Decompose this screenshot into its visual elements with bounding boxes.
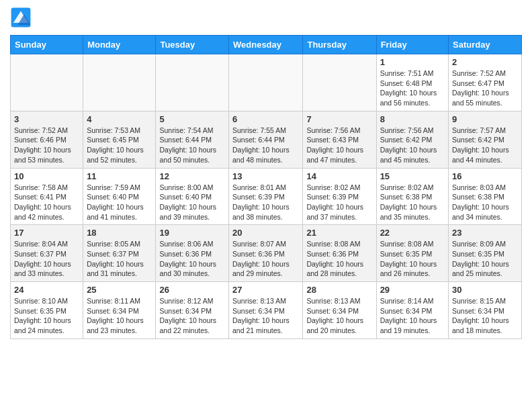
day-number: 9 <box>452 114 518 124</box>
day-info: Sunrise: 7:54 AM Sunset: 6:44 PM Dayligh… <box>159 126 225 165</box>
header <box>10 7 522 28</box>
logo <box>10 7 34 28</box>
calendar-cell: 27Sunrise: 8:13 AM Sunset: 6:34 PM Dayli… <box>229 282 303 339</box>
day-info: Sunrise: 7:52 AM Sunset: 6:47 PM Dayligh… <box>452 68 518 108</box>
calendar: SundayMondayTuesdayWednesdayThursdayFrid… <box>10 35 522 339</box>
day-info: Sunrise: 8:07 AM Sunset: 6:36 PM Dayligh… <box>232 239 299 279</box>
day-number: 27 <box>232 285 299 295</box>
calendar-cell <box>83 54 156 111</box>
day-info: Sunrise: 7:56 AM Sunset: 6:43 PM Dayligh… <box>306 126 372 165</box>
day-info: Sunrise: 8:13 AM Sunset: 6:34 PM Dayligh… <box>232 296 299 336</box>
day-info: Sunrise: 8:11 AM Sunset: 6:34 PM Dayligh… <box>87 296 152 336</box>
day-number: 22 <box>380 228 445 238</box>
calendar-cell: 3Sunrise: 7:52 AM Sunset: 6:46 PM Daylig… <box>11 111 83 168</box>
day-info: Sunrise: 8:15 AM Sunset: 6:34 PM Dayligh… <box>452 296 518 336</box>
day-number: 4 <box>87 114 152 124</box>
week-row-5: 24Sunrise: 8:10 AM Sunset: 6:35 PM Dayli… <box>11 282 522 339</box>
day-number: 16 <box>452 171 518 181</box>
day-info: Sunrise: 8:08 AM Sunset: 6:36 PM Dayligh… <box>306 239 372 279</box>
calendar-cell: 10Sunrise: 7:58 AM Sunset: 6:41 PM Dayli… <box>11 168 83 225</box>
logo-icon <box>10 7 32 28</box>
day-number: 6 <box>232 114 299 124</box>
calendar-cell <box>11 54 83 111</box>
day-info: Sunrise: 8:14 AM Sunset: 6:34 PM Dayligh… <box>380 296 445 336</box>
calendar-cell: 24Sunrise: 8:10 AM Sunset: 6:35 PM Dayli… <box>11 282 83 339</box>
day-info: Sunrise: 8:13 AM Sunset: 6:34 PM Dayligh… <box>306 296 372 336</box>
weekday-monday: Monday <box>83 36 156 54</box>
calendar-cell: 17Sunrise: 8:04 AM Sunset: 6:37 PM Dayli… <box>11 225 83 282</box>
day-number: 30 <box>452 285 518 295</box>
day-number: 25 <box>87 285 152 295</box>
day-number: 5 <box>159 114 225 124</box>
weekday-tuesday: Tuesday <box>156 36 229 54</box>
calendar-cell: 19Sunrise: 8:06 AM Sunset: 6:36 PM Dayli… <box>156 225 229 282</box>
calendar-cell: 15Sunrise: 8:02 AM Sunset: 6:38 PM Dayli… <box>376 168 448 225</box>
calendar-cell: 26Sunrise: 8:12 AM Sunset: 6:34 PM Dayli… <box>156 282 229 339</box>
weekday-header-row: SundayMondayTuesdayWednesdayThursdayFrid… <box>11 36 522 54</box>
calendar-cell <box>303 54 376 111</box>
day-info: Sunrise: 7:53 AM Sunset: 6:45 PM Dayligh… <box>87 126 152 165</box>
day-number: 11 <box>87 171 152 181</box>
day-info: Sunrise: 7:57 AM Sunset: 6:42 PM Dayligh… <box>452 126 518 165</box>
day-number: 26 <box>159 285 225 295</box>
day-info: Sunrise: 7:52 AM Sunset: 6:46 PM Dayligh… <box>14 126 79 165</box>
day-info: Sunrise: 8:04 AM Sunset: 6:37 PM Dayligh… <box>14 239 79 279</box>
calendar-cell: 29Sunrise: 8:14 AM Sunset: 6:34 PM Dayli… <box>376 282 448 339</box>
calendar-cell: 14Sunrise: 8:02 AM Sunset: 6:39 PM Dayli… <box>303 168 376 225</box>
day-info: Sunrise: 8:02 AM Sunset: 6:39 PM Dayligh… <box>306 183 372 222</box>
day-info: Sunrise: 7:59 AM Sunset: 6:40 PM Dayligh… <box>87 183 152 222</box>
day-info: Sunrise: 8:00 AM Sunset: 6:40 PM Dayligh… <box>159 183 225 222</box>
weekday-friday: Friday <box>376 36 448 54</box>
day-number: 12 <box>159 171 225 181</box>
week-row-2: 3Sunrise: 7:52 AM Sunset: 6:46 PM Daylig… <box>11 111 522 168</box>
page: SundayMondayTuesdayWednesdayThursdayFrid… <box>0 0 532 346</box>
calendar-cell: 1Sunrise: 7:51 AM Sunset: 6:48 PM Daylig… <box>376 54 448 111</box>
calendar-cell: 22Sunrise: 8:08 AM Sunset: 6:35 PM Dayli… <box>376 225 448 282</box>
day-number: 3 <box>14 114 79 124</box>
calendar-cell: 18Sunrise: 8:05 AM Sunset: 6:37 PM Dayli… <box>83 225 156 282</box>
day-number: 15 <box>380 171 445 181</box>
calendar-cell: 28Sunrise: 8:13 AM Sunset: 6:34 PM Dayli… <box>303 282 376 339</box>
day-number: 10 <box>14 171 79 181</box>
calendar-cell: 13Sunrise: 8:01 AM Sunset: 6:39 PM Dayli… <box>229 168 303 225</box>
weekday-saturday: Saturday <box>449 36 522 54</box>
day-info: Sunrise: 8:01 AM Sunset: 6:39 PM Dayligh… <box>232 183 299 222</box>
calendar-cell: 20Sunrise: 8:07 AM Sunset: 6:36 PM Dayli… <box>229 225 303 282</box>
day-info: Sunrise: 7:51 AM Sunset: 6:48 PM Dayligh… <box>380 68 445 108</box>
day-number: 28 <box>306 285 372 295</box>
calendar-cell: 9Sunrise: 7:57 AM Sunset: 6:42 PM Daylig… <box>449 111 522 168</box>
day-number: 13 <box>232 171 299 181</box>
day-number: 17 <box>14 228 79 238</box>
calendar-cell: 6Sunrise: 7:55 AM Sunset: 6:44 PM Daylig… <box>229 111 303 168</box>
day-number: 2 <box>452 57 518 67</box>
day-number: 8 <box>380 114 445 124</box>
weekday-sunday: Sunday <box>11 36 83 54</box>
week-row-4: 17Sunrise: 8:04 AM Sunset: 6:37 PM Dayli… <box>11 225 522 282</box>
day-info: Sunrise: 8:12 AM Sunset: 6:34 PM Dayligh… <box>159 296 225 336</box>
weekday-thursday: Thursday <box>303 36 376 54</box>
day-number: 23 <box>452 228 518 238</box>
weekday-wednesday: Wednesday <box>229 36 303 54</box>
day-number: 20 <box>232 228 299 238</box>
calendar-cell: 8Sunrise: 7:56 AM Sunset: 6:42 PM Daylig… <box>376 111 448 168</box>
day-info: Sunrise: 8:09 AM Sunset: 6:35 PM Dayligh… <box>452 239 518 279</box>
day-info: Sunrise: 7:55 AM Sunset: 6:44 PM Dayligh… <box>232 126 299 165</box>
calendar-cell: 25Sunrise: 8:11 AM Sunset: 6:34 PM Dayli… <box>83 282 156 339</box>
day-number: 24 <box>14 285 79 295</box>
week-row-1: 1Sunrise: 7:51 AM Sunset: 6:48 PM Daylig… <box>11 54 522 111</box>
calendar-cell <box>156 54 229 111</box>
calendar-cell <box>229 54 303 111</box>
day-number: 21 <box>306 228 372 238</box>
calendar-cell: 12Sunrise: 8:00 AM Sunset: 6:40 PM Dayli… <box>156 168 229 225</box>
day-number: 1 <box>380 57 445 67</box>
day-info: Sunrise: 7:56 AM Sunset: 6:42 PM Dayligh… <box>380 126 445 165</box>
day-info: Sunrise: 8:05 AM Sunset: 6:37 PM Dayligh… <box>87 239 152 279</box>
week-row-3: 10Sunrise: 7:58 AM Sunset: 6:41 PM Dayli… <box>11 168 522 225</box>
calendar-cell: 16Sunrise: 8:03 AM Sunset: 6:38 PM Dayli… <box>449 168 522 225</box>
day-info: Sunrise: 8:03 AM Sunset: 6:38 PM Dayligh… <box>452 183 518 222</box>
calendar-cell: 30Sunrise: 8:15 AM Sunset: 6:34 PM Dayli… <box>449 282 522 339</box>
day-number: 14 <box>306 171 372 181</box>
day-info: Sunrise: 7:58 AM Sunset: 6:41 PM Dayligh… <box>14 183 79 222</box>
calendar-cell: 4Sunrise: 7:53 AM Sunset: 6:45 PM Daylig… <box>83 111 156 168</box>
calendar-cell: 11Sunrise: 7:59 AM Sunset: 6:40 PM Dayli… <box>83 168 156 225</box>
